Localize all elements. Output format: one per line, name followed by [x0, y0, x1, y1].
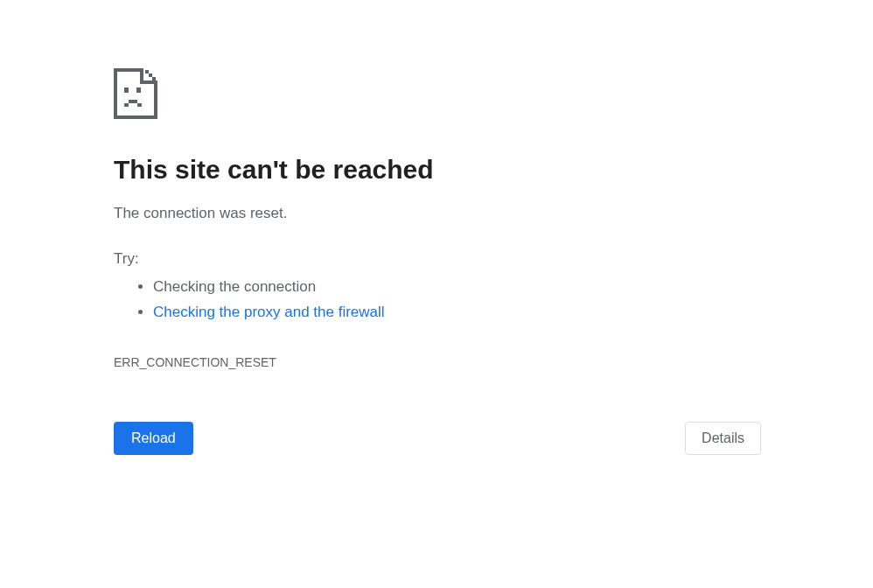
svg-rect-10 — [136, 88, 141, 93]
svg-rect-1 — [114, 68, 143, 72]
svg-rect-5 — [140, 80, 157, 84]
error-title: This site can't be reached — [114, 154, 761, 186]
button-row: Reload Details — [114, 422, 761, 455]
svg-rect-8 — [152, 77, 156, 80]
error-subtitle: The connection was reset. — [114, 205, 761, 222]
svg-rect-13 — [137, 103, 142, 107]
svg-rect-2 — [114, 116, 157, 119]
list-item: Checking the connection — [153, 275, 761, 300]
svg-rect-3 — [154, 80, 157, 119]
suggestion-list: Checking the connection Checking the pro… — [114, 275, 761, 326]
error-page: This site can't be reached The connectio… — [114, 68, 761, 455]
error-code: ERR_CONNECTION_RESET — [114, 355, 761, 369]
reload-button[interactable]: Reload — [114, 422, 193, 455]
svg-rect-7 — [149, 74, 152, 77]
svg-rect-9 — [124, 88, 129, 93]
details-button[interactable]: Details — [685, 422, 761, 455]
svg-rect-0 — [114, 68, 117, 119]
try-label: Try: — [114, 250, 761, 268]
list-item: Checking the proxy and the firewall — [153, 300, 761, 326]
svg-rect-12 — [129, 100, 137, 103]
sad-page-icon — [114, 68, 761, 122]
proxy-firewall-link[interactable]: Checking the proxy and the firewall — [153, 304, 385, 320]
svg-rect-11 — [124, 103, 129, 107]
svg-rect-4 — [140, 68, 143, 82]
svg-rect-6 — [145, 70, 149, 74]
suggestion-text: Checking the connection — [153, 278, 316, 295]
